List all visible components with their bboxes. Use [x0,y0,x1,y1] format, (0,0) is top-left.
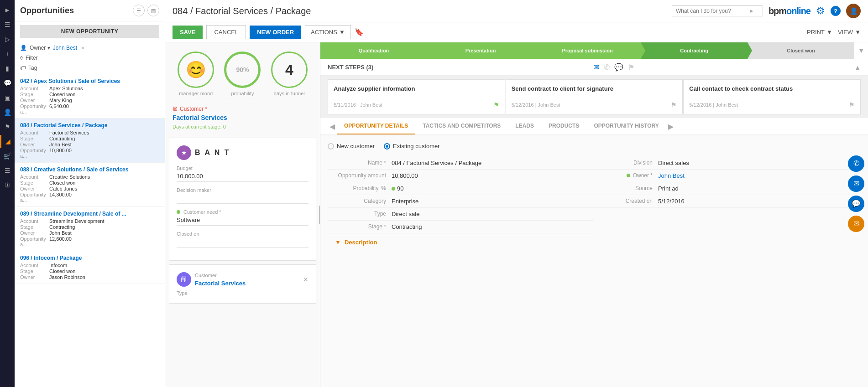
days-label: days in funnel [274,91,305,96]
collapse-panel-button[interactable]: ◀ [319,206,320,224]
stage-proposal[interactable]: Proposal submission [534,42,641,59]
rail-chat-icon[interactable]: 💬 [0,77,15,89]
rail-list-icon[interactable]: ☰ [0,164,15,177]
email-float-button[interactable]: ✉ [848,175,864,192]
flag-step-icon[interactable]: ⚑ [628,63,634,72]
new-opportunity-button[interactable]: NEW OPPORTUNITY [20,25,159,38]
search-arrow-icon: ► [749,8,754,14]
pipeline-more-icon[interactable]: ▼ [854,47,868,54]
content-area: ◀ 😊 manager mood 90% probability [165,42,868,387]
new-customer-radio[interactable]: New customer [328,143,375,150]
rail-flag-icon[interactable]: ⚑ [0,120,15,133]
print-button[interactable]: PRINT ▼ [807,29,832,36]
description-header[interactable]: ▼ Description [335,239,853,246]
stage-presentation[interactable]: Presentation [427,42,534,59]
detail-amount-row: Opportunity amount 10,800.00 [328,170,594,182]
stage-contracting[interactable]: Contracting [641,42,748,59]
step-flag-icon[interactable]: ⚑ [849,101,855,108]
list-item[interactable]: 042 / Apex Solutions / Sale of Services … [15,74,165,119]
rail-funnel-icon[interactable]: ◢ [0,135,15,148]
notification-float-button[interactable]: ✉ [848,216,864,232]
email-step-icon[interactable]: ✉ [593,63,599,72]
tab-products[interactable]: PRODUCTS [541,118,586,134]
metrics-row: 😊 manager mood 90% probability 4 [165,42,320,101]
step-date: 5/12/2016 | John Best [512,102,560,108]
tab-history[interactable]: OPPORTUNITY HISTORY [586,118,666,134]
tag-filter[interactable]: 🏷 Tag [20,63,159,72]
owner-value[interactable]: John Best [658,172,861,179]
list-item[interactable]: 096 / Infocom / Package Account Infocom … [15,251,165,284]
phone-float-button[interactable]: ✆ [848,155,864,172]
tab-prev-icon[interactable]: ◀ [328,119,337,134]
step-card-title: Call contact to check contract status [689,85,855,92]
close-icon[interactable]: ✕ [303,276,309,283]
customer-name[interactable]: Factorial Services [173,114,313,121]
list-item[interactable]: 088 / Creative Solutions / Sale of Servi… [15,163,165,207]
rail-person-icon[interactable]: 👤 [0,106,15,119]
item-title: 042 / Apex Solutions / Sale of Services [20,78,159,84]
sidebar-chart-view-btn[interactable]: ▤ [147,5,159,16]
new-order-button[interactable]: NEW ORDER [250,26,301,39]
need-value[interactable]: Software [177,217,309,226]
page-title: 084 / Factorial Services / Package [173,6,311,16]
tab-next-icon[interactable]: ▶ [666,119,675,134]
amount-value: 6,640.00 [49,103,159,114]
next-steps-collapse-icon[interactable]: ▲ [854,64,861,71]
description-label: Description [345,239,377,246]
cancel-button[interactable]: CANCEL [206,25,246,39]
user-avatar[interactable]: 👤 [846,4,861,18]
help-icon[interactable]: ? [831,6,841,16]
phone-step-icon[interactable]: ✆ [604,63,610,72]
step-flag-icon[interactable]: ⚑ [671,101,677,108]
list-item[interactable]: 084 / Factorial Services / Package Accou… [15,119,165,163]
stage-closed-won[interactable]: Closed won [748,42,854,59]
bookmark-icon[interactable]: 🔖 [355,28,364,36]
chat-step-icon[interactable]: 💬 [614,63,623,72]
step-date: 5/12/2016 | John Best [689,102,738,108]
tab-leads[interactable]: LEADS [508,118,541,134]
search-input[interactable] [676,8,749,14]
gear-icon[interactable]: ⚙ [816,5,825,17]
search-box[interactable]: ► [672,5,763,16]
rail-plus-icon[interactable]: + [0,47,15,60]
stage-qualification[interactable]: Qualification [320,42,427,59]
contact-name[interactable]: Factorial Services [195,280,246,287]
type-label: Type [328,211,392,217]
actions-button[interactable]: ACTIONS ▼ [305,25,351,39]
actions-label: ACTIONS [311,29,337,36]
rail-grid-icon[interactable]: ▣ [0,91,15,104]
mood-metric: 😊 manager mood [178,52,214,96]
step-flag-icon[interactable]: ⚑ [493,101,499,108]
rail-menu-icon[interactable]: ☰ [0,18,15,31]
closed-value[interactable] [177,238,309,248]
stage-label: Stage [20,180,47,186]
bant-budget-field: Budget 10,000.00 [177,165,309,182]
owner-label: Owner [20,98,47,103]
chat-float-button[interactable]: 💬 [848,196,864,212]
owner-filter[interactable]: 👤 Owner ▾ John Best ✕ [20,43,159,52]
save-button[interactable]: SAVE [173,26,203,39]
tab-tactics[interactable]: TACTICS AND COMPETITORS [415,118,508,134]
details-left-col: Name * 084 / Factorial Services / Packag… [328,157,594,233]
rail-play-icon[interactable]: ▷ [0,33,15,46]
budget-value[interactable]: 10,000.00 [177,173,309,182]
rail-cart-icon[interactable]: 🛒 [0,150,15,162]
list-item[interactable]: 089 / Streamline Development / Sale of .… [15,207,165,251]
tab-opportunity-details[interactable]: OPPORTUNITY DETAILS [337,118,415,134]
existing-customer-radio[interactable]: Existing customer [384,143,440,150]
name-value: 084 / Factorial Services / Package [392,160,594,166]
stage-arrow [534,42,539,59]
owner-label: Owner [20,230,47,236]
rail-notification-icon[interactable]: ① [0,179,15,191]
sidebar-list-view-btn[interactable]: ☰ [133,5,145,16]
view-button[interactable]: VIEW ▼ [838,29,861,36]
rail-chart-icon[interactable]: ▮ [0,62,15,75]
stage-label: Stage [20,136,47,141]
amount-label: Opportunity a... [20,236,47,247]
existing-customer-label: Existing customer [393,143,440,150]
owner-clear-icon[interactable]: ✕ [81,46,84,51]
rail-expand-icon[interactable]: ► [0,4,15,16]
decision-value[interactable] [177,195,309,204]
filter-row[interactable]: ◊ Filter [20,53,159,62]
account-value: Factorial Services [49,130,159,135]
